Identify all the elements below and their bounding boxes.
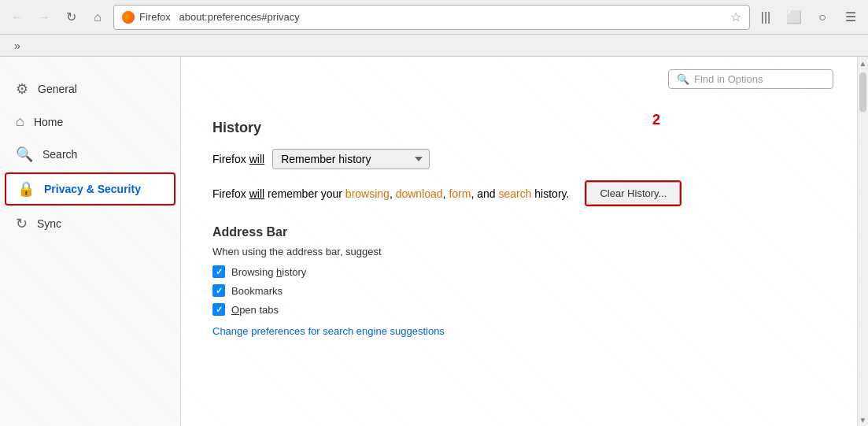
main-area: ⚙ General ⌂ Home 🔍 Search 🔒 Privacy & Se… (0, 57, 868, 426)
scroll-up-button[interactable]: ▲ (858, 57, 868, 69)
back-button[interactable]: ← (6, 6, 28, 28)
scroll-down-button[interactable]: ▼ (858, 413, 868, 426)
sidebar-label-search: Search (42, 148, 77, 161)
clear-history-button[interactable]: Clear History... (586, 182, 680, 205)
home-icon: ⌂ (16, 113, 24, 130)
annotation-2: 2 (652, 112, 660, 128)
find-options-search-icon: 🔍 (677, 73, 689, 85)
content-area: 🔍 Find in Options 2 History Firefox will… (181, 57, 857, 426)
history-row: Firefox will Remember history (212, 149, 826, 169)
open-tabs-checkbox[interactable] (212, 303, 225, 316)
browsing-history-checkbox[interactable] (212, 265, 225, 278)
lock-icon: 🔒 (17, 180, 35, 198)
address-bar[interactable]: Firefox about:preferences#privacy ☆ (113, 5, 750, 30)
history-dropdown[interactable]: Remember history (272, 149, 430, 169)
browsing-history-label: Browsing history (231, 266, 306, 278)
firefox-will-label: Firefox will (212, 153, 264, 165)
forward-button[interactable]: → (33, 6, 55, 28)
bookmarks-label: Bookmarks (231, 285, 283, 297)
url-text: about:preferences#privacy (179, 11, 300, 23)
library-icon[interactable]: ||| (755, 6, 777, 28)
sidebar-item-sync[interactable]: ↻ Sync (0, 207, 180, 240)
sync-icon: ↻ (16, 215, 28, 232)
menu-button[interactable]: ☰ (840, 6, 862, 28)
sidebar: ⚙ General ⌂ Home 🔍 Search 🔒 Privacy & Se… (0, 57, 181, 426)
find-options-placeholder: Find in Options (694, 73, 763, 85)
find-options-bar[interactable]: 🔍 Find in Options (668, 69, 833, 89)
gear-icon: ⚙ (16, 80, 28, 98)
bookmarks-checkbox[interactable] (212, 284, 225, 297)
browser-toolbar: ← → ↻ ⌂ Firefox about:preferences#privac… (0, 0, 868, 35)
sidebar-label-privacy: Privacy & Security (44, 183, 141, 195)
reload-button[interactable]: ↻ (60, 6, 82, 28)
checkbox-browsing-history: Browsing history (212, 265, 826, 278)
checkbox-open-tabs: Open tabs (212, 303, 826, 316)
checkbox-bookmarks: Bookmarks (212, 284, 826, 297)
history-section-title: History (212, 120, 826, 136)
sidebar-label-sync: Sync (37, 217, 61, 230)
sidebar-item-search[interactable]: 🔍 Search (0, 138, 180, 171)
sidebar-item-privacy[interactable]: 🔒 Privacy & Security (5, 172, 175, 206)
browser-window: ← → ↻ ⌂ Firefox about:preferences#privac… (0, 0, 868, 426)
synced-tabs-icon[interactable]: ⬜ (783, 6, 805, 28)
search-icon: 🔍 (16, 146, 33, 163)
clear-history-wrapper: Clear History... (585, 180, 681, 206)
address-text: Firefox about:preferences#privacy (139, 11, 726, 23)
scrollbar[interactable]: ▲ ▼ (857, 57, 868, 426)
sidebar-label-home: Home (34, 116, 63, 128)
change-prefs-link[interactable]: Change preferences for search engine sug… (212, 325, 826, 337)
account-icon[interactable]: ○ (811, 6, 833, 28)
history-desc-row: Firefox will remember your browsing, dow… (212, 180, 826, 206)
bookmark-star-button[interactable]: ☆ (730, 9, 741, 24)
sidebar-item-home[interactable]: ⌂ Home (0, 106, 180, 138)
toolbar-right: ||| ⬜ ○ ☰ (755, 6, 862, 28)
expand-toolbar-button[interactable]: » (6, 35, 28, 57)
suggest-label: When using the address bar, suggest (212, 246, 826, 257)
sidebar-label-general: General (38, 83, 77, 95)
firefox-icon (122, 11, 135, 24)
sidebar-item-general[interactable]: ⚙ General (0, 72, 180, 106)
scroll-thumb[interactable] (859, 72, 866, 112)
open-tabs-label: Open tabs (231, 304, 279, 316)
address-bar-section-title: Address Bar (212, 225, 826, 239)
history-description: Firefox will remember your browsing, dow… (212, 187, 569, 200)
home-button[interactable]: ⌂ (87, 6, 109, 28)
firefox-brand: Firefox (139, 11, 171, 23)
